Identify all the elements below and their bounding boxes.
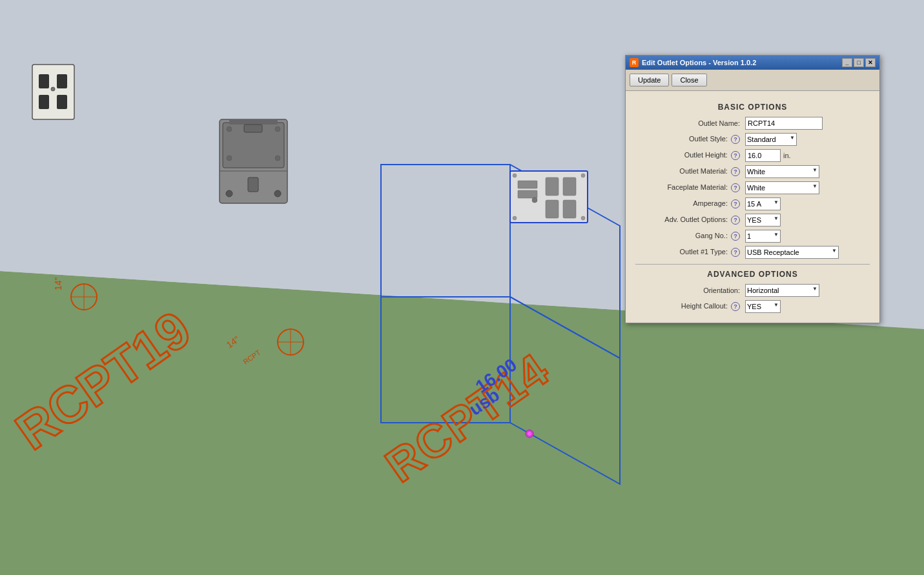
svg-point-15: [226, 190, 232, 197]
orientation-select-wrapper: Horizontal Vertical: [745, 284, 819, 297]
dialog-titlebar: R Edit Outlet Options - Version 1.0.2 _ …: [626, 55, 879, 70]
svg-rect-13: [248, 177, 258, 192]
svg-point-18: [275, 126, 280, 132]
outlet1-type-select[interactable]: USB Receptacle Standard GFCI AFCI: [745, 246, 839, 259]
svg-point-19: [227, 156, 232, 161]
svg-rect-12: [244, 125, 262, 132]
height-callout-row: Height Callout: ? YES NO: [635, 300, 870, 313]
close-button[interactable]: Close: [672, 74, 706, 86]
adv-outlet-select[interactable]: YES NO: [745, 214, 781, 227]
divider: [635, 264, 870, 265]
outlet1-type-row: Outlet #1 Type: ? USB Receptacle Standar…: [635, 246, 870, 259]
adv-outlet-label: Adv. Outlet Options: ?: [635, 216, 745, 225]
advanced-options-title: ADVANCED OPTIONS: [635, 270, 870, 279]
outlet-material-select-wrapper: White Ivory Black Almond: [745, 165, 819, 178]
svg-point-16: [274, 190, 281, 197]
outlet-name-input[interactable]: [745, 117, 823, 130]
faceplate-material-row: Faceplate Material: ? White Ivory Black …: [635, 181, 870, 194]
titlebar-controls: _ □ ✕: [842, 58, 876, 67]
svg-rect-5: [57, 74, 67, 88]
outlet-material-label: Outlet Material: ?: [635, 167, 745, 176]
outlet-style-label: Outlet Style: ?: [635, 135, 745, 144]
svg-point-33: [532, 197, 537, 203]
titlebar-close-button[interactable]: ✕: [865, 58, 876, 67]
height-callout-select-wrapper: YES NO: [745, 300, 781, 313]
amperage-select[interactable]: 15 A 20 A: [745, 197, 781, 210]
dialog-toolbar: Update Close: [626, 70, 879, 91]
orientation-select[interactable]: Horizontal Vertical: [745, 284, 819, 297]
faceplate-material-select[interactable]: White Ivory Black Almond: [745, 181, 819, 194]
outlet-material-row: Outlet Material: ? White Ivory Black Alm…: [635, 165, 870, 178]
svg-text:14": 14": [53, 277, 63, 290]
svg-rect-4: [39, 74, 49, 88]
svg-point-8: [51, 87, 55, 91]
outlet-height-unit: in.: [783, 152, 791, 159]
outlet1-type-help[interactable]: ?: [731, 248, 740, 257]
svg-point-36: [513, 216, 517, 220]
title-icon: R: [630, 58, 639, 67]
outlet1-type-label: Outlet #1 Type: ?: [635, 248, 745, 257]
svg-rect-28: [518, 190, 537, 198]
orientation-label: Orientation:: [635, 287, 745, 294]
svg-point-34: [513, 174, 517, 177]
outlet-name-label: Outlet Name:: [635, 119, 745, 127]
svg-rect-27: [518, 181, 537, 188]
maximize-button[interactable]: □: [854, 58, 864, 67]
outlet-style-row: Outlet Style: ? Standard Decorator Round: [635, 133, 870, 146]
adv-outlet-help[interactable]: ?: [731, 216, 740, 225]
svg-point-37: [581, 216, 585, 220]
svg-rect-29: [546, 177, 559, 196]
height-callout-help[interactable]: ?: [731, 302, 740, 311]
amperage-row: Amperage: ? 15 A 20 A: [635, 197, 870, 210]
svg-rect-6: [39, 95, 49, 109]
outlet-material-help[interactable]: ?: [731, 167, 740, 176]
outlet-height-input[interactable]: [745, 149, 781, 162]
svg-rect-3: [32, 65, 74, 119]
update-button[interactable]: Update: [630, 74, 669, 86]
gang-no-label: Gang No.: ?: [635, 232, 745, 241]
outlet-name-row: Outlet Name:: [635, 117, 870, 130]
outlet-material-select[interactable]: White Ivory Black Almond: [745, 165, 819, 178]
gang-no-select[interactable]: 1 2 3 4: [745, 230, 781, 243]
basic-options-title: BASIC OPTIONS: [635, 103, 870, 112]
svg-point-20: [275, 156, 280, 161]
svg-rect-30: [563, 177, 576, 196]
svg-rect-32: [563, 200, 576, 218]
svg-point-35: [581, 174, 585, 177]
outlet-height-help[interactable]: ?: [731, 151, 740, 160]
svg-point-17: [227, 126, 232, 132]
adv-outlet-select-wrapper: YES NO: [745, 214, 781, 227]
faceplate-material-help[interactable]: ?: [731, 183, 740, 192]
height-callout-select[interactable]: YES NO: [745, 300, 781, 313]
dialog-title: Edit Outlet Options - Version 1.0.2: [642, 59, 756, 66]
height-callout-label: Height Callout: ?: [635, 302, 745, 311]
gang-no-row: Gang No.: ? 1 2 3 4: [635, 230, 870, 243]
svg-point-42: [528, 432, 531, 436]
gang-no-help[interactable]: ?: [731, 232, 740, 241]
dialog-body: BASIC OPTIONS Outlet Name: Outlet Style:…: [626, 91, 879, 323]
outlet-height-label: Outlet Height: ?: [635, 151, 745, 160]
dialog-edit-outlet: R Edit Outlet Options - Version 1.0.2 _ …: [625, 55, 880, 323]
amperage-label: Amperage: ?: [635, 199, 745, 208]
svg-rect-7: [57, 95, 67, 109]
minimize-button[interactable]: _: [842, 58, 852, 67]
adv-outlet-row: Adv. Outlet Options: ? YES NO: [635, 214, 870, 227]
orientation-row: Orientation: Horizontal Vertical: [635, 284, 870, 297]
outlet-style-select[interactable]: Standard Decorator Round: [745, 133, 797, 146]
amperage-select-wrapper: 15 A 20 A: [745, 197, 781, 210]
svg-rect-11: [229, 119, 278, 125]
outlet-style-select-wrapper: Standard Decorator Round: [745, 133, 797, 146]
faceplate-material-label: Faceplate Material: ?: [635, 183, 745, 192]
amperage-help[interactable]: ?: [731, 199, 740, 208]
faceplate-material-select-wrapper: White Ivory Black Almond: [745, 181, 819, 194]
titlebar-left: R Edit Outlet Options - Version 1.0.2: [630, 58, 756, 67]
gang-no-select-wrapper: 1 2 3 4: [745, 230, 781, 243]
outlet-height-row: Outlet Height: ? in.: [635, 149, 870, 162]
svg-rect-31: [546, 200, 559, 218]
outlet-style-help[interactable]: ?: [731, 135, 740, 144]
outlet1-type-select-wrapper: USB Receptacle Standard GFCI AFCI: [745, 246, 839, 259]
